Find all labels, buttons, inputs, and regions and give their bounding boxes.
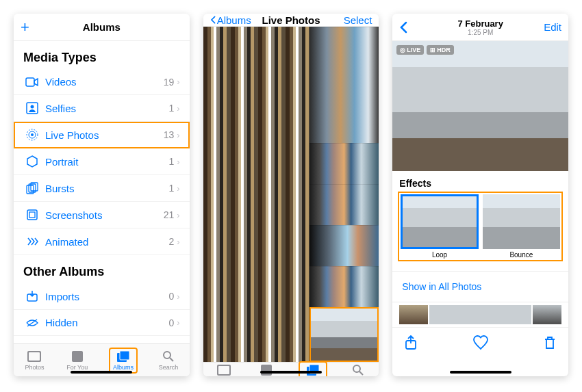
imports-icon — [23, 290, 41, 302]
row-count: 0 — [169, 317, 175, 328]
svg-point-3 — [31, 133, 34, 136]
photo-detail-screen: 7 February 1:25 PM Edit ◎ LIVE ⊞ HDR Eff… — [392, 14, 568, 376]
add-icon[interactable]: + — [21, 18, 29, 36]
row-imports[interactable]: Imports 0 › — [14, 283, 190, 310]
photo-grid[interactable] — [203, 27, 379, 362]
svg-point-18 — [164, 352, 170, 358]
row-screenshots[interactable]: Screenshots 21 › — [14, 202, 190, 228]
tab-search[interactable]: Search — [348, 364, 368, 376]
scrubber-thumb[interactable] — [429, 305, 531, 324]
row-label: Live Photos — [45, 129, 164, 141]
select-button[interactable]: Select — [344, 14, 372, 26]
svg-line-19 — [170, 358, 173, 361]
row-count: 21 — [164, 209, 175, 220]
home-indicator[interactable] — [450, 371, 511, 374]
row-bursts[interactable]: Bursts 1 › — [14, 175, 190, 202]
content-scroll[interactable]: Media Types Videos 19 › Selfies 1 › Live… — [14, 41, 190, 343]
row-label: Portrait — [45, 156, 169, 168]
svg-rect-10 — [29, 212, 35, 218]
photo-date: 7 February — [440, 18, 520, 29]
tab-photos[interactable]: Photos — [25, 350, 44, 371]
effect-label: Bounce — [509, 251, 533, 259]
hdr-badge: ⊞ HDR — [427, 45, 454, 55]
row-count: 13 — [164, 129, 175, 140]
chevron-left-icon — [210, 14, 216, 26]
scrubber-thumb[interactable] — [533, 305, 561, 324]
svg-rect-21 — [218, 366, 229, 374]
show-in-all-photos[interactable]: Show in All Photos — [392, 271, 568, 302]
bursts-icon — [23, 182, 41, 194]
effects-section: Effects Loop Bounce — [392, 171, 568, 260]
tab-bar: Photos For You Albums Search — [203, 362, 379, 376]
scrubber-thumb[interactable] — [399, 305, 428, 324]
chevron-right-icon: › — [177, 157, 179, 167]
edit-button[interactable]: Edit — [544, 21, 561, 33]
effect-thumb — [483, 194, 560, 249]
tab-albums[interactable]: Albums — [110, 349, 136, 372]
svg-point-2 — [31, 105, 34, 109]
svg-rect-0 — [26, 78, 34, 86]
home-indicator[interactable] — [260, 371, 322, 374]
row-hidden[interactable]: Hidden 0 › — [14, 310, 190, 336]
favorite-button[interactable] — [472, 335, 489, 350]
chevron-right-icon: › — [177, 103, 179, 114]
row-label: Videos — [45, 76, 164, 88]
tab-foryou[interactable]: For You — [256, 364, 277, 376]
row-portrait[interactable]: Portrait 1 › — [14, 148, 190, 175]
page-title: Albums — [62, 21, 142, 33]
row-label: Hidden — [45, 317, 169, 328]
row-count: 0 — [169, 291, 175, 302]
photo-thumb[interactable] — [309, 27, 379, 143]
chevron-right-icon: › — [177, 130, 179, 140]
live-icon — [23, 129, 41, 141]
photo-thumb-car[interactable] — [309, 307, 379, 362]
row-recently-deleted[interactable]: Recently Deleted 53 › — [14, 336, 190, 343]
photo-thumb[interactable] — [309, 266, 379, 307]
row-count: 1 — [169, 103, 175, 114]
albums-screen: + Albums Media Types Videos 19 › Selfies… — [14, 14, 190, 376]
action-bar — [392, 327, 568, 357]
section-media-types: Media Types — [14, 41, 190, 69]
row-label: Bursts — [45, 183, 169, 194]
chevron-right-icon: › — [177, 77, 179, 87]
selfie-icon — [23, 102, 41, 114]
delete-button[interactable] — [544, 336, 556, 350]
header: + Albums — [14, 14, 190, 41]
photo-scrubber[interactable] — [392, 302, 568, 327]
main-photo[interactable]: ◎ LIVE ⊞ HDR — [392, 41, 568, 171]
svg-line-26 — [359, 371, 363, 375]
svg-rect-9 — [27, 210, 37, 220]
back-button[interactable] — [399, 21, 440, 34]
photo-thumb[interactable] — [309, 184, 379, 225]
row-live-photos[interactable]: Live Photos 13 › — [14, 122, 190, 148]
row-selfies[interactable]: Selfies 1 › — [14, 95, 190, 122]
back-button[interactable]: Albums — [210, 14, 251, 26]
tab-albums[interactable]: Albums — [300, 363, 326, 376]
header: 7 February 1:25 PM Edit — [392, 14, 568, 41]
tab-foryou[interactable]: For You — [66, 350, 88, 371]
effect-bounce[interactable]: Bounce — [483, 194, 560, 259]
chevron-right-icon: › — [177, 291, 179, 302]
svg-rect-14 — [29, 352, 40, 361]
live-badge: ◎ LIVE — [396, 45, 424, 55]
row-label: Imports — [45, 291, 169, 302]
row-animated[interactable]: Animated 2 › — [14, 228, 190, 255]
portrait-icon — [23, 155, 41, 168]
share-button[interactable] — [405, 335, 417, 350]
animated-icon — [23, 235, 41, 248]
effect-loop[interactable]: Loop — [401, 194, 478, 259]
chevron-right-icon: › — [177, 237, 179, 247]
row-count: 1 — [169, 183, 175, 194]
photo-thumb[interactable] — [309, 143, 379, 184]
photo-thumb-large[interactable] — [203, 27, 309, 362]
row-count: 1 — [169, 156, 175, 167]
home-indicator[interactable] — [71, 371, 132, 374]
section-other-albums: Other Albums — [14, 255, 190, 283]
header-date-time: 7 February 1:25 PM — [440, 18, 520, 36]
row-videos[interactable]: Videos 19 › — [14, 69, 190, 95]
photo-thumb[interactable] — [309, 225, 379, 266]
row-label: Animated — [45, 236, 169, 248]
tab-search[interactable]: Search — [159, 350, 179, 371]
tab-photos[interactable]: Photos — [214, 364, 233, 376]
back-label: Albums — [217, 14, 251, 26]
